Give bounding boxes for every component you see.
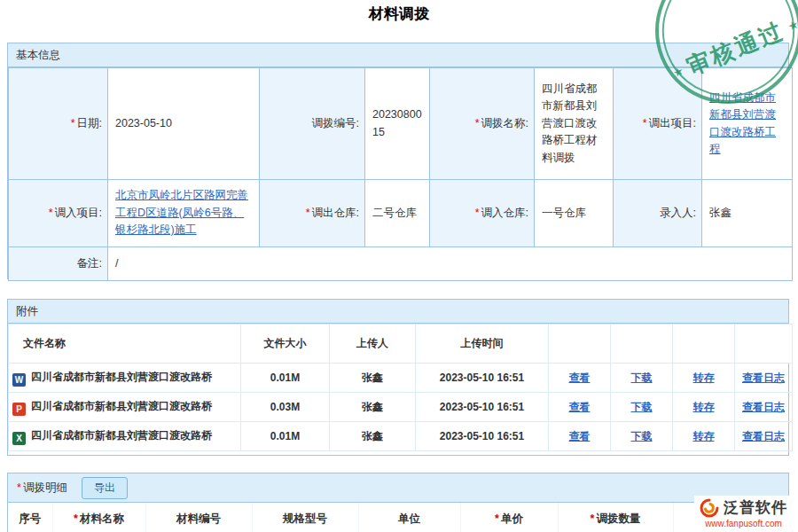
col-unit-price: *单价 bbox=[460, 503, 558, 532]
attachment-upload-time: 2023-05-10 16:51 bbox=[416, 422, 549, 451]
detail-title: 调拨明细 bbox=[23, 481, 67, 494]
view-log-link[interactable]: 查看日志 bbox=[742, 372, 785, 384]
attachment-uploader: 张鑫 bbox=[330, 364, 416, 393]
transfer-no-label: 调拨编号: bbox=[260, 68, 365, 180]
attachment-row: W四川省成都市新都县刘营渡口渡改路桥 0.01M 张鑫 2023-05-10 1… bbox=[9, 364, 793, 393]
excel-file-icon: X bbox=[12, 432, 26, 445]
in-warehouse-value: 一号仓库 bbox=[535, 180, 614, 247]
basic-info-panel: 基本信息 *日期: 2023-05-10 调拨编号: 2023080015 *调… bbox=[7, 43, 789, 279]
download-link[interactable]: 下载 bbox=[631, 372, 653, 384]
table-row: 备注: / bbox=[9, 247, 793, 281]
col-unit: 单位 bbox=[358, 503, 460, 532]
transfer-name-label: *调拨名称: bbox=[430, 68, 535, 180]
view-link[interactable]: 查看 bbox=[569, 372, 591, 384]
table-row: *日期: 2023-05-10 调拨编号: 2023080015 *调拨名称: … bbox=[9, 68, 793, 180]
attachment-file-name: 四川省成都市新都县刘营渡口渡改路桥 bbox=[31, 400, 212, 412]
col-material-no: 材料编号 bbox=[145, 503, 252, 532]
view-log-link[interactable]: 查看日志 bbox=[742, 401, 785, 413]
attachments-panel: 附件 文件名称 文件大小 上传人 上传时间 W四川省成都市新都县刘营渡口渡改路桥… bbox=[7, 299, 789, 456]
transfer-detail-header: *调拨明细 导出 bbox=[8, 473, 788, 503]
attachments-table: 文件名称 文件大小 上传人 上传时间 W四川省成都市新都县刘营渡口渡改路桥 0.… bbox=[8, 324, 793, 451]
transfer-detail-table: 序号 *材料名称 材料编号 规格型号 单位 *单价 *调拨数量 合计 bbox=[8, 503, 793, 532]
col-seq: 序号 bbox=[8, 503, 52, 532]
out-project-label: *调出项目: bbox=[614, 68, 702, 180]
save-as-link[interactable]: 转存 bbox=[693, 430, 715, 442]
attachment-upload-time: 2023-05-10 16:51 bbox=[416, 393, 549, 422]
remark-label: 备注: bbox=[9, 247, 108, 281]
pdf-file-icon: P bbox=[12, 403, 26, 416]
remark-value: / bbox=[108, 247, 793, 281]
attachment-file-size: 0.01M bbox=[241, 364, 330, 393]
col-transfer-qty: *调拨数量 bbox=[558, 503, 673, 532]
word-file-icon: W bbox=[12, 373, 26, 387]
in-warehouse-label: *调入仓库: bbox=[430, 180, 535, 247]
attachment-uploader: 张鑫 bbox=[330, 393, 416, 422]
transfer-name-value: 四川省成都市新都县刘营渡口渡改路桥工程材料调拨 bbox=[535, 68, 614, 180]
brand-url[interactable]: www.fanpusoft.com bbox=[700, 519, 787, 528]
attachments-header: 附件 bbox=[8, 300, 788, 324]
out-warehouse-value: 二号仓库 bbox=[365, 180, 430, 247]
date-value: 2023-05-10 bbox=[108, 68, 260, 180]
col-file-name: 文件名称 bbox=[9, 325, 241, 364]
table-row: *调入项目: 北京市凤岭北片区路网完善工程D区道路(凤岭6号路、银杉路北段)施工… bbox=[9, 180, 793, 247]
entry-person-label: 录入人: bbox=[614, 180, 702, 247]
transfer-no-value: 2023080015 bbox=[365, 68, 430, 180]
attachment-file-size: 0.01M bbox=[241, 422, 330, 451]
entry-person-value: 张鑫 bbox=[702, 180, 793, 247]
save-as-link[interactable]: 转存 bbox=[693, 372, 715, 384]
attachment-upload-time: 2023-05-10 16:51 bbox=[416, 364, 549, 393]
transfer-detail-panel: *调拨明细 导出 序号 *材料名称 材料编号 规格型号 单位 *单价 *调拨数量… bbox=[7, 473, 789, 532]
attachment-file-name: 四川省成都市新都县刘营渡口渡改路桥 bbox=[31, 371, 212, 383]
view-link[interactable]: 查看 bbox=[569, 430, 591, 442]
col-spec-model: 规格型号 bbox=[252, 503, 358, 532]
col-upload-time: 上传时间 bbox=[416, 325, 549, 364]
date-label: *日期: bbox=[9, 68, 108, 180]
attachment-row: P四川省成都市新都县刘营渡口渡改路桥 0.03M 张鑫 2023-05-10 1… bbox=[9, 393, 793, 422]
in-project-link[interactable]: 北京市凤岭北片区路网完善工程D区道路(凤岭6号路、银杉路北段)施工 bbox=[115, 189, 248, 236]
fanpu-logo-icon bbox=[700, 498, 719, 518]
attachment-file-name: 四川省成都市新都县刘营渡口渡改路桥 bbox=[31, 429, 212, 442]
detail-header-row: 序号 *材料名称 材料编号 规格型号 单位 *单价 *调拨数量 合计 bbox=[8, 503, 792, 532]
fanpu-brand: 泛普软件 www.fanpusoft.com bbox=[694, 496, 793, 530]
col-material-name: *材料名称 bbox=[52, 503, 145, 532]
basic-info-header: 基本信息 bbox=[8, 43, 788, 67]
attachment-file-size: 0.03M bbox=[241, 393, 330, 422]
in-project-label: *调入项目: bbox=[9, 180, 108, 247]
download-link[interactable]: 下载 bbox=[631, 430, 653, 442]
export-button[interactable]: 导出 bbox=[82, 477, 128, 499]
out-warehouse-label: *调出仓库: bbox=[260, 180, 365, 247]
brand-name: 泛普软件 bbox=[724, 497, 787, 518]
attachment-row: X四川省成都市新都县刘营渡口渡改路桥 0.01M 张鑫 2023-05-10 1… bbox=[9, 422, 793, 451]
basic-info-table: *日期: 2023-05-10 调拨编号: 2023080015 *调拨名称: … bbox=[8, 67, 793, 281]
col-uploader: 上传人 bbox=[330, 325, 416, 364]
view-log-link[interactable]: 查看日志 bbox=[742, 430, 785, 442]
view-link[interactable]: 查看 bbox=[569, 401, 591, 413]
page-title: 材料调拨 bbox=[0, 4, 798, 24]
out-project-link[interactable]: 四川省成都市新都县刘营渡口渡改路桥工程 bbox=[709, 91, 776, 155]
download-link[interactable]: 下载 bbox=[631, 401, 653, 413]
attachments-header-row: 文件名称 文件大小 上传人 上传时间 bbox=[9, 325, 793, 364]
save-as-link[interactable]: 转存 bbox=[693, 401, 715, 413]
attachment-uploader: 张鑫 bbox=[330, 422, 416, 451]
col-file-size: 文件大小 bbox=[241, 325, 330, 364]
